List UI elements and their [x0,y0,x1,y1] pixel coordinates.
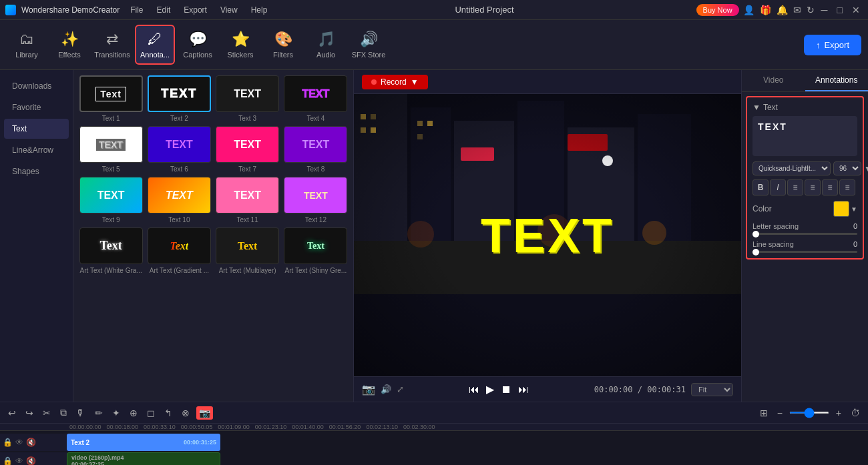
toolbar-library[interactable]: 🗂 Library [7,25,47,65]
text-item-6[interactable]: TEXT Text 6 [147,126,211,173]
close-button[interactable]: ✕ [849,5,863,15]
text-item-9[interactable]: TEXT Text 9 [79,177,143,223]
track-mute-icon[interactable]: 🔇 [26,438,36,447]
toolbar-stickers[interactable]: ⭐ Stickers [220,25,260,65]
toolbar-transitions[interactable]: ⇄ Transitions [92,25,132,65]
font-select[interactable]: Quicksand-LightIt... [752,161,831,175]
zoom-slider[interactable] [789,412,829,414]
play-button[interactable]: ▶ [486,383,494,396]
menu-file[interactable]: File [125,4,148,16]
font-size-select[interactable]: 96 [833,161,861,175]
text-item-11[interactable]: TEXT Text 11 [216,177,280,223]
tl-zoom-out[interactable]: − [775,406,785,420]
menu-export[interactable]: Export [178,4,212,16]
bold-button[interactable]: B [752,179,769,195]
tl-rect[interactable]: ◻ [144,406,158,420]
text-item-art2-label: Art Text (Gradient ... [150,267,209,274]
text-item-12[interactable]: TEXT Text 12 [284,177,348,223]
stop-button[interactable]: ⏹ [501,384,511,396]
refresh-icon[interactable]: ↻ [807,5,815,15]
tl-pen[interactable]: ✏ [92,406,105,420]
toolbar-sfx[interactable]: 🔊 SFX Store [349,25,389,65]
text-item-3[interactable]: TEXT Text 3 [216,75,280,122]
text-item-8[interactable]: TEXT Text 8 [284,126,348,173]
track-eye-icon[interactable]: 👁 [15,438,23,447]
video-clip[interactable]: video (2160p).mp4 00:00:37:25 [67,452,220,465]
camera-icon[interactable]: 📷 [362,383,375,396]
user-icon[interactable]: 👤 [743,5,754,15]
toolbar-filters[interactable]: 🎨 Filters [263,25,303,65]
sidebar-item-text[interactable]: Text [4,119,69,139]
text-item-5[interactable]: TEXT Text 5 [79,126,143,173]
text-item-4[interactable]: TEXT Text 4 [284,75,348,122]
volume-icon[interactable]: 🔊 [381,384,391,394]
buy-now-button[interactable]: Buy Now [696,4,739,16]
sidebar-item-downloads[interactable]: Downloads [4,76,69,96]
toolbar-annotations[interactable]: 🖊 Annota... [135,25,175,65]
text-item-art2[interactable]: Text Art Text (Gradient ... [147,227,211,274]
letter-spacing-slider[interactable] [752,233,857,235]
menu-help[interactable]: Help [246,4,273,16]
tl-cut[interactable]: ✂ [40,406,53,420]
fit-select[interactable]: Fit 100% 50% [691,383,733,396]
sidebar-item-linearrow[interactable]: Line&Arrow [4,140,69,160]
text-clip[interactable]: Text 2 00:00:31:25 [67,434,220,451]
tl-mic[interactable]: 🎙 [73,406,88,420]
tl-split[interactable]: ⊕ [127,406,140,420]
tab-annotations[interactable]: Annotations [805,70,869,91]
text-item-1[interactable]: Text Text 1 [79,75,143,122]
menu-edit[interactable]: Edit [152,4,176,16]
maximize-button[interactable]: □ [835,5,845,15]
export-button[interactable]: ↑ Export [804,35,861,55]
minimize-button[interactable]: ─ [819,5,831,15]
text-item-10[interactable]: TEXT Text 10 [147,177,211,223]
line-spacing-slider[interactable] [752,251,857,253]
justify-button[interactable]: ≡ [839,179,855,195]
text-item-art3[interactable]: Text Art Text (Multilayer) [216,227,280,274]
tl-back[interactable]: ↰ [162,406,175,420]
record-button[interactable]: Record ▼ [362,75,428,89]
tl-grid[interactable]: ⊞ [757,406,771,420]
font-size-chevron[interactable]: ▼ [864,164,868,173]
align-right-button[interactable]: ≡ [822,179,838,195]
tl-zoom-in[interactable]: + [833,406,844,420]
video-track-lock-icon[interactable]: 🔒 [3,456,13,465]
rewind-button[interactable]: ⏮ [469,384,479,396]
track-lock-icon[interactable]: 🔒 [3,438,13,447]
tl-photo[interactable]: 📷 [196,406,213,420]
tl-undo[interactable]: ↩ [5,406,19,420]
sidebar-item-shapes[interactable]: Shapes [4,161,69,181]
toolbar-captions[interactable]: 💬 Captions [178,25,218,65]
text-item-1-label: Text 1 [102,115,120,122]
message-icon[interactable]: ✉ [793,5,801,15]
tl-delete[interactable]: ⊗ [179,406,192,420]
italic-button[interactable]: I [770,179,786,195]
text-item-2[interactable]: TEXT Text 2 [147,75,211,122]
video-track-row: 🔒 👁 🔇 video (2160p).mp4 00:00:37:25 [0,452,868,465]
resize-icon[interactable]: ⤢ [397,384,404,394]
section-title: ▼ Text [752,103,857,112]
tl-star[interactable]: ✦ [110,406,123,420]
tl-time[interactable]: ⏱ [848,406,863,420]
bell-icon[interactable]: 🔔 [777,5,788,15]
text-item-art1[interactable]: Text Art Text (White Gra... [79,227,143,274]
color-chevron-icon[interactable]: ▼ [851,205,857,213]
align-left-button[interactable]: ≡ [787,179,803,195]
video-track-eye-icon[interactable]: 👁 [15,456,23,465]
text-item-art4[interactable]: Text Art Text (Shiny Gre... [284,227,348,274]
gift-icon[interactable]: 🎁 [760,5,771,15]
text-content-area[interactable]: TEXT [752,116,857,156]
forward-button[interactable]: ⏭ [518,384,529,396]
video-track-mute-icon[interactable]: 🔇 [26,456,36,465]
align-center-button[interactable]: ≡ [805,179,821,195]
tl-redo[interactable]: ↪ [23,406,36,420]
toolbar-effects[interactable]: ✨ Effects [49,25,89,65]
text-item-7[interactable]: TEXT Text 7 [216,126,280,173]
menu-view[interactable]: View [215,4,243,16]
sidebar-item-favorite[interactable]: Favorite [4,97,69,117]
tl-copy[interactable]: ⧉ [57,406,69,420]
color-swatch[interactable] [833,201,849,217]
toolbar-sfx-label: SFX Store [352,51,386,59]
tab-video[interactable]: Video [742,70,805,91]
toolbar-audio[interactable]: 🎵 Audio [306,25,346,65]
